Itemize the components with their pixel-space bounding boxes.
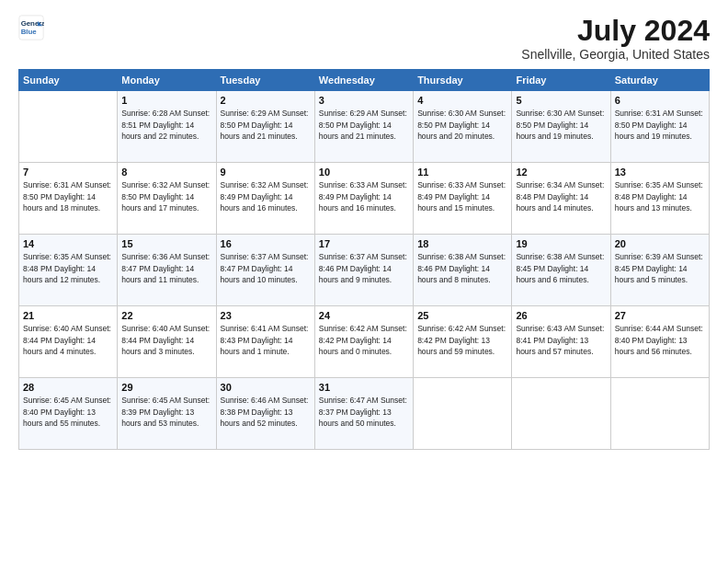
- header-tuesday: Tuesday: [216, 70, 314, 91]
- day-number: 10: [319, 167, 409, 178]
- calendar-cell: 24Sunrise: 6:42 AM Sunset: 8:42 PM Dayli…: [314, 306, 413, 378]
- calendar-cell: 26Sunrise: 6:43 AM Sunset: 8:41 PM Dayli…: [512, 306, 610, 378]
- day-number: 25: [417, 310, 507, 321]
- day-number: 4: [417, 95, 507, 106]
- calendar-cell: 5Sunrise: 6:30 AM Sunset: 8:50 PM Daylig…: [512, 91, 610, 163]
- header-wednesday: Wednesday: [314, 70, 413, 91]
- day-number: 26: [516, 310, 606, 321]
- calendar-cell: 31Sunrise: 6:47 AM Sunset: 8:37 PM Dayli…: [314, 378, 413, 450]
- day-number: 18: [417, 238, 507, 249]
- calendar-cell: 30Sunrise: 6:46 AM Sunset: 8:38 PM Dayli…: [216, 378, 314, 450]
- day-info: Sunrise: 6:40 AM Sunset: 8:44 PM Dayligh…: [121, 323, 211, 357]
- calendar-cell: 28Sunrise: 6:45 AM Sunset: 8:40 PM Dayli…: [19, 378, 118, 450]
- page: General Blue July 2024 Snellville, Georg…: [0, 0, 728, 563]
- calendar-cell: 17Sunrise: 6:37 AM Sunset: 8:46 PM Dayli…: [314, 235, 413, 306]
- day-info: Sunrise: 6:31 AM Sunset: 8:50 PM Dayligh…: [615, 108, 705, 142]
- calendar-cell: 4Sunrise: 6:30 AM Sunset: 8:50 PM Daylig…: [414, 91, 512, 163]
- calendar-cell: 7Sunrise: 6:31 AM Sunset: 8:50 PM Daylig…: [19, 163, 118, 235]
- calendar-cell: 12Sunrise: 6:34 AM Sunset: 8:48 PM Dayli…: [512, 163, 610, 235]
- day-info: Sunrise: 6:37 AM Sunset: 8:47 PM Dayligh…: [221, 251, 311, 285]
- subtitle: Snellville, Georgia, United States: [521, 47, 710, 62]
- calendar-cell: 11Sunrise: 6:33 AM Sunset: 8:49 PM Dayli…: [414, 163, 512, 235]
- day-number: 24: [319, 310, 409, 321]
- day-number: 17: [319, 238, 409, 249]
- day-info: Sunrise: 6:44 AM Sunset: 8:40 PM Dayligh…: [615, 323, 705, 357]
- calendar-week-row: 21Sunrise: 6:40 AM Sunset: 8:44 PM Dayli…: [19, 306, 710, 378]
- day-number: 28: [23, 382, 113, 393]
- day-info: Sunrise: 6:41 AM Sunset: 8:43 PM Dayligh…: [221, 323, 311, 357]
- calendar-cell: 18Sunrise: 6:38 AM Sunset: 8:46 PM Dayli…: [414, 235, 512, 306]
- day-number: 15: [121, 238, 211, 249]
- day-info: Sunrise: 6:42 AM Sunset: 8:42 PM Dayligh…: [319, 323, 409, 357]
- calendar-cell: 14Sunrise: 6:35 AM Sunset: 8:48 PM Dayli…: [19, 235, 118, 306]
- day-info: Sunrise: 6:32 AM Sunset: 8:50 PM Dayligh…: [121, 179, 211, 213]
- calendar-cell: 27Sunrise: 6:44 AM Sunset: 8:40 PM Dayli…: [610, 306, 709, 378]
- day-info: Sunrise: 6:37 AM Sunset: 8:46 PM Dayligh…: [319, 251, 409, 285]
- day-number: 13: [615, 167, 705, 178]
- logo-icon: General Blue: [18, 15, 44, 40]
- calendar-cell: 1Sunrise: 6:28 AM Sunset: 8:51 PM Daylig…: [118, 91, 216, 163]
- day-number: 19: [516, 238, 606, 249]
- day-number: 21: [23, 310, 113, 321]
- header-monday: Monday: [118, 70, 216, 91]
- day-info: Sunrise: 6:42 AM Sunset: 8:42 PM Dayligh…: [417, 323, 507, 357]
- calendar-week-row: 28Sunrise: 6:45 AM Sunset: 8:40 PM Dayli…: [19, 378, 710, 450]
- day-number: 3: [319, 95, 409, 106]
- calendar-cell: 25Sunrise: 6:42 AM Sunset: 8:42 PM Dayli…: [414, 306, 512, 378]
- day-number: 8: [121, 167, 211, 178]
- calendar-cell: 9Sunrise: 6:32 AM Sunset: 8:49 PM Daylig…: [216, 163, 314, 235]
- day-info: Sunrise: 6:43 AM Sunset: 8:41 PM Dayligh…: [516, 323, 606, 357]
- day-info: Sunrise: 6:31 AM Sunset: 8:50 PM Dayligh…: [23, 179, 113, 213]
- calendar-week-row: 7Sunrise: 6:31 AM Sunset: 8:50 PM Daylig…: [19, 163, 710, 235]
- calendar-cell: 29Sunrise: 6:45 AM Sunset: 8:39 PM Dayli…: [118, 378, 216, 450]
- day-number: 7: [23, 167, 113, 178]
- title-block: July 2024 Snellville, Georgia, United St…: [521, 15, 710, 62]
- day-number: 12: [516, 167, 606, 178]
- day-info: Sunrise: 6:47 AM Sunset: 8:37 PM Dayligh…: [319, 395, 409, 429]
- calendar-cell: [512, 378, 610, 450]
- calendar-week-row: 1Sunrise: 6:28 AM Sunset: 8:51 PM Daylig…: [19, 91, 710, 163]
- header-sunday: Sunday: [19, 70, 118, 91]
- day-number: 23: [221, 310, 311, 321]
- day-info: Sunrise: 6:35 AM Sunset: 8:48 PM Dayligh…: [23, 251, 113, 285]
- day-info: Sunrise: 6:28 AM Sunset: 8:51 PM Dayligh…: [121, 108, 211, 142]
- calendar-cell: 8Sunrise: 6:32 AM Sunset: 8:50 PM Daylig…: [118, 163, 216, 235]
- day-number: 22: [121, 310, 211, 321]
- calendar-cell: 15Sunrise: 6:36 AM Sunset: 8:47 PM Dayli…: [118, 235, 216, 306]
- calendar-cell: 21Sunrise: 6:40 AM Sunset: 8:44 PM Dayli…: [19, 306, 118, 378]
- day-number: 20: [615, 238, 705, 249]
- day-number: 11: [417, 167, 507, 178]
- day-number: 5: [516, 95, 606, 106]
- calendar-week-row: 14Sunrise: 6:35 AM Sunset: 8:48 PM Dayli…: [19, 235, 710, 306]
- day-number: 31: [319, 382, 409, 393]
- day-number: 30: [221, 382, 311, 393]
- day-number: 1: [121, 95, 211, 106]
- logo: General Blue: [18, 15, 44, 40]
- day-info: Sunrise: 6:30 AM Sunset: 8:50 PM Dayligh…: [417, 108, 507, 142]
- day-number: 6: [615, 95, 705, 106]
- calendar-cell: 10Sunrise: 6:33 AM Sunset: 8:49 PM Dayli…: [314, 163, 413, 235]
- day-info: Sunrise: 6:40 AM Sunset: 8:44 PM Dayligh…: [23, 323, 113, 357]
- calendar-cell: 20Sunrise: 6:39 AM Sunset: 8:45 PM Dayli…: [610, 235, 709, 306]
- calendar-cell: [414, 378, 512, 450]
- calendar-cell: 6Sunrise: 6:31 AM Sunset: 8:50 PM Daylig…: [610, 91, 709, 163]
- day-info: Sunrise: 6:33 AM Sunset: 8:49 PM Dayligh…: [319, 179, 409, 213]
- calendar-cell: 13Sunrise: 6:35 AM Sunset: 8:48 PM Dayli…: [610, 163, 709, 235]
- main-title: July 2024: [521, 15, 710, 47]
- day-number: 14: [23, 238, 113, 249]
- day-info: Sunrise: 6:32 AM Sunset: 8:49 PM Dayligh…: [221, 179, 311, 213]
- calendar-cell: 3Sunrise: 6:29 AM Sunset: 8:50 PM Daylig…: [314, 91, 413, 163]
- calendar-cell: [610, 378, 709, 450]
- day-info: Sunrise: 6:30 AM Sunset: 8:50 PM Dayligh…: [516, 108, 606, 142]
- day-info: Sunrise: 6:34 AM Sunset: 8:48 PM Dayligh…: [516, 179, 606, 213]
- svg-text:General: General: [21, 19, 44, 28]
- day-number: 2: [221, 95, 311, 106]
- calendar-cell: 22Sunrise: 6:40 AM Sunset: 8:44 PM Dayli…: [118, 306, 216, 378]
- header: General Blue July 2024 Snellville, Georg…: [18, 15, 710, 62]
- day-info: Sunrise: 6:36 AM Sunset: 8:47 PM Dayligh…: [121, 251, 211, 285]
- day-number: 9: [221, 167, 311, 178]
- day-info: Sunrise: 6:46 AM Sunset: 8:38 PM Dayligh…: [221, 395, 311, 429]
- calendar-cell: [19, 91, 118, 163]
- calendar-cell: 19Sunrise: 6:38 AM Sunset: 8:45 PM Dayli…: [512, 235, 610, 306]
- svg-text:Blue: Blue: [21, 28, 38, 36]
